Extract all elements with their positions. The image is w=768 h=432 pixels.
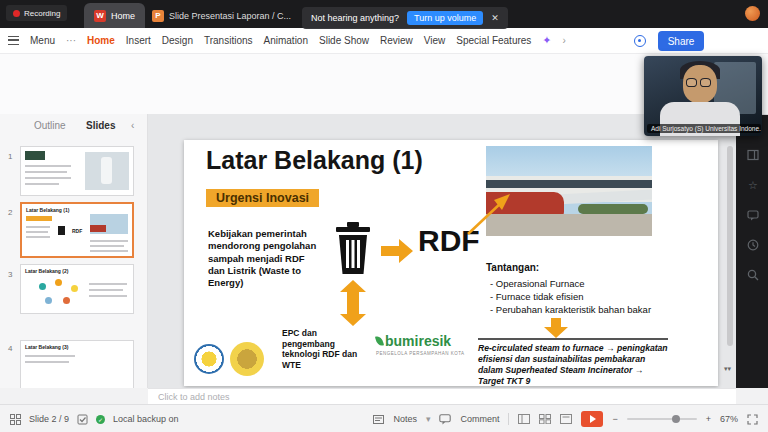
toast-text: Not hearing anything?	[311, 13, 399, 23]
zoom-level[interactable]: 67%	[720, 414, 738, 424]
thumb-image	[85, 152, 129, 190]
slide-number: 4	[8, 344, 12, 353]
slideshow-play-button[interactable]	[581, 411, 603, 427]
thumb-title: Latar Belakang (3)	[25, 344, 68, 350]
leaf-icon	[375, 335, 384, 346]
toast-close-icon[interactable]: ✕	[491, 13, 499, 23]
menu-tab-home[interactable]: Home	[87, 35, 115, 46]
arrow-right-icon	[381, 239, 413, 263]
epc-text[interactable]: EPC dan pengembang teknologi RDF dan WTE	[282, 328, 372, 371]
reading-view-icon[interactable]	[560, 414, 572, 424]
arrow-down-icon	[544, 318, 568, 338]
slide-sorter-icon[interactable]	[539, 414, 551, 424]
next-slide-chevrons[interactable]: ▾▾	[724, 366, 731, 371]
turn-up-volume-button[interactable]: Turn up volume	[407, 11, 483, 25]
history-clock-icon[interactable]	[746, 238, 760, 252]
slide-indicator: Slide 2 / 9	[29, 414, 69, 424]
menu-tab-animation[interactable]: Animation	[264, 35, 308, 46]
slide-thumbnail-4[interactable]: Latar Belakang (3)	[20, 340, 134, 388]
challenges-title[interactable]: Tantangan:	[486, 262, 539, 273]
menu-tab-transitions[interactable]: Transitions	[204, 35, 253, 46]
spellcheck-icon[interactable]	[77, 414, 88, 425]
thumb-photo	[90, 214, 128, 234]
glasses-icon	[686, 78, 697, 87]
zoom-slider-thumb[interactable]	[672, 415, 680, 423]
vertical-scrollbar[interactable]	[727, 146, 733, 346]
current-slide[interactable]: Latar Belakang (1) Urgensi Inovasi Kebij…	[184, 140, 718, 386]
footer-note[interactable]: Re-circulated steam to furnace → peningk…	[478, 338, 668, 386]
slide-number: 2	[8, 208, 12, 217]
arrow-updown-icon	[340, 280, 366, 326]
tab-slides[interactable]: Slides	[86, 120, 115, 131]
zoom-in-button[interactable]: +	[706, 414, 711, 424]
normal-view-icon[interactable]	[518, 414, 530, 424]
challenge-item[interactable]: - Operasional Furnace	[490, 278, 680, 289]
thumb-rdf-label: RDF	[72, 228, 82, 234]
slide-thumbnail-1[interactable]	[20, 146, 134, 196]
slide-canvas: Latar Belakang (1) Urgensi Inovasi Kebij…	[148, 114, 736, 388]
slide-thumbnail-2-selected[interactable]: Latar Belakang (1) RDF	[20, 202, 134, 258]
assistant-icon[interactable]	[634, 35, 646, 47]
notes-toggle-label[interactable]: Notes	[393, 414, 417, 424]
right-tool-strip: ☆	[738, 148, 768, 282]
zoom-out-button[interactable]: −	[612, 414, 617, 424]
slide-number: 3	[8, 270, 12, 279]
grid-view-icon[interactable]	[10, 414, 21, 425]
notes-dropdown-icon[interactable]: ▾	[426, 414, 431, 424]
notes-toggle-icon[interactable]	[373, 415, 384, 424]
backup-label[interactable]: Local backup on	[113, 414, 179, 424]
status-separator	[508, 413, 509, 425]
slide-thumbnail-3[interactable]: Latar Belakang (2)	[20, 264, 134, 314]
favorites-star-icon[interactable]: ☆	[746, 178, 760, 192]
menu-tab-insert[interactable]: Insert	[126, 35, 151, 46]
slide-tag-urgensi[interactable]: Urgensi Inovasi	[206, 189, 319, 207]
tab-presentation-doc[interactable]: P Slide Presentasi Laporan / C...	[142, 3, 320, 28]
presentation-file-icon: P	[152, 10, 164, 22]
menu-tab-slideshow[interactable]: Slide Show	[319, 35, 369, 46]
task-pane-icon[interactable]	[746, 148, 760, 162]
notes-row: Click to add notes	[0, 388, 768, 404]
menu-tab-special-features[interactable]: Special Features	[456, 35, 531, 46]
menu-label[interactable]: Menu	[30, 35, 55, 46]
slide-title[interactable]: Latar Belakang (1)	[206, 146, 423, 175]
thumb-trash-icon	[58, 226, 65, 235]
brand-subtitle: PENGELOLA PERSAMPAHAN KOTA	[376, 351, 465, 356]
comment-label[interactable]: Comment	[460, 414, 499, 424]
recording-icon	[13, 10, 20, 17]
menu-tab-view[interactable]: View	[424, 35, 446, 46]
menu-tab-design[interactable]: Design	[162, 35, 193, 46]
challenge-item[interactable]: - Furnace tidak efisien	[490, 291, 680, 302]
more-menu-icon[interactable]: ···	[66, 35, 76, 46]
comment-icon[interactable]	[439, 414, 451, 425]
tab-home-app[interactable]: W Home	[84, 3, 145, 28]
challenge-item[interactable]: - Perubahan karakteristik bahan bakar	[490, 304, 680, 315]
hamburger-menu-icon[interactable]	[8, 36, 19, 45]
tab-outline[interactable]: Outline	[34, 120, 66, 131]
fit-slide-icon[interactable]	[747, 414, 758, 425]
share-button[interactable]: Share	[658, 31, 704, 51]
tab-home-label: Home	[111, 11, 135, 21]
glasses-icon	[700, 78, 711, 87]
connector-arrow-icon	[464, 190, 514, 240]
trash-icon[interactable]	[330, 220, 376, 276]
thumb-title-block	[25, 151, 45, 160]
tab-doc-label: Slide Presentasi Laporan / C...	[169, 11, 291, 21]
menu-bar: Menu ··· Home Insert Design Transitions …	[0, 28, 768, 54]
slides-panel: Outline Slides ‹ 1 2 Latar Belakang (1) …	[0, 114, 148, 388]
notes-input[interactable]: Click to add notes	[148, 388, 736, 404]
thumb-title: Latar Belakang (2)	[25, 268, 68, 274]
comments-pane-icon[interactable]	[746, 208, 760, 222]
ai-sparkle-icon[interactable]: ✦	[542, 34, 551, 47]
university-logo-2	[230, 342, 264, 376]
meeting-top-bar: Recording W Home P Slide Presentasi Lapo…	[0, 0, 768, 28]
collapse-panel-icon[interactable]: ‹	[131, 120, 134, 131]
menu-tab-review[interactable]: Review	[380, 35, 413, 46]
policy-text[interactable]: Kebijakan pemerintah mendorong pengolaha…	[208, 228, 320, 290]
search-icon[interactable]	[746, 268, 760, 282]
account-avatar[interactable]	[745, 6, 760, 21]
thumb-title: Latar Belakang (1)	[26, 207, 69, 213]
zoom-slider[interactable]	[627, 418, 697, 420]
status-bar: Slide 2 / 9 ✓ Local backup on Notes ▾ Co…	[0, 404, 768, 432]
participant-video[interactable]: Adi Surjosatyo (S) Universitas Indone...	[644, 56, 762, 136]
ribbon-expand-icon[interactable]: ›	[563, 35, 566, 46]
